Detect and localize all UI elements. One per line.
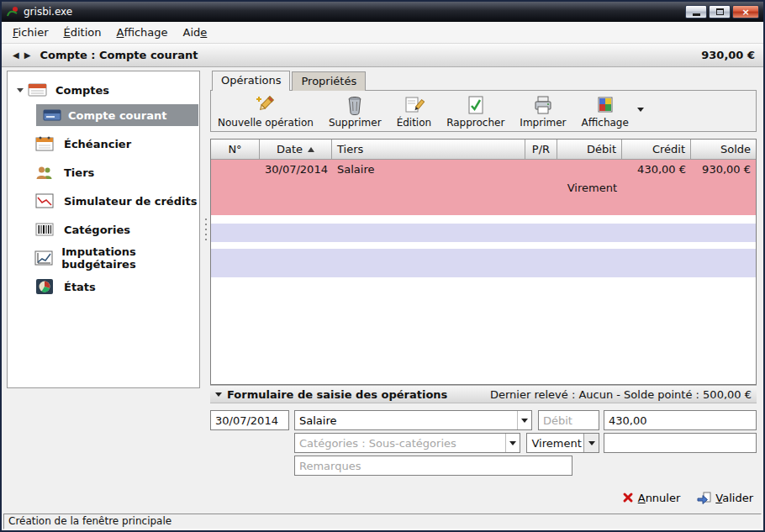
form-title: Formulaire de saisie des opérations: [227, 388, 447, 401]
toolbar-button-label: Supprimer: [329, 117, 382, 129]
categories-barcode-icon: [33, 221, 56, 238]
display-button[interactable]: Affichage: [581, 94, 628, 129]
minimize-button[interactable]: [685, 5, 707, 18]
sidebar-item-compte-courant[interactable]: Compte courant: [36, 104, 198, 126]
date-field[interactable]: [210, 410, 289, 430]
account-balance: 930,00 €: [701, 49, 755, 61]
reconcile-button[interactable]: Rapprocher: [446, 94, 504, 129]
operations-toolbar: Nouvelle opération Supprimer: [210, 90, 757, 132]
cell-tiers: Salaire: [332, 163, 525, 176]
toolbar-button-label: Imprimer: [520, 117, 566, 129]
payment-method-value: Virement: [527, 437, 583, 450]
maximize-button[interactable]: [709, 5, 731, 18]
column-header-pr[interactable]: P/R: [525, 140, 557, 160]
new-operation-pencil-icon: [255, 94, 277, 116]
sidebar-item-echeancier[interactable]: Échéancier: [8, 129, 199, 158]
sidebar-item-label: Simulateur de crédits: [64, 195, 197, 208]
sidebar-item-label: Échéancier: [64, 138, 131, 150]
form-collapse-icon[interactable]: [215, 392, 222, 397]
column-header-tiers[interactable]: Tiers: [332, 140, 525, 160]
previous-account-button[interactable]: ◀: [10, 50, 22, 60]
app-window: grisbi.exe × Fichier Édition Affichage A…: [0, 0, 765, 532]
sidebar-item-simulateur-de-credits[interactable]: Simulateur de crédits: [8, 187, 199, 215]
categories-field[interactable]: [295, 434, 505, 452]
tab-proprietes[interactable]: Propriétés: [292, 71, 366, 91]
window-controls: ×: [685, 5, 759, 18]
credit-field[interactable]: [604, 410, 757, 430]
payment-method-dropdown-button[interactable]: [583, 434, 599, 452]
new-operation-button[interactable]: Nouvelle opération: [218, 94, 314, 129]
column-header-credit[interactable]: Crédit: [622, 140, 691, 160]
sort-ascending-icon: [308, 147, 314, 152]
cell-date: 30/07/2014: [260, 163, 332, 176]
print-printer-icon: [532, 94, 554, 116]
tab-operations[interactable]: Opérations: [212, 71, 290, 91]
minimize-icon: [693, 13, 700, 16]
delete-trash-icon: [344, 94, 366, 116]
sidebar-item-label: Compte courant: [68, 109, 166, 122]
navigation-tree: Comptes Compte courant: [7, 71, 200, 388]
sidebar-item-tiers[interactable]: Tiers: [8, 158, 199, 187]
column-header-date[interactable]: Date: [260, 140, 332, 160]
validate-button-label: Valider: [715, 492, 753, 504]
transaction-row-selected[interactable]: 30/07/2014 Salaire 430,00 € 930,00 € Vir…: [211, 160, 756, 215]
column-header-debit[interactable]: Débit: [557, 140, 622, 160]
sidebar-item-label: États: [64, 281, 96, 293]
form-header: Formulaire de saisie des opérations Dern…: [210, 385, 757, 403]
remarks-field[interactable]: [295, 456, 572, 475]
operation-form: Virement: [210, 403, 757, 480]
edit-button[interactable]: Édition: [397, 94, 432, 129]
next-account-button[interactable]: ▶: [22, 50, 34, 60]
column-header-label: Date: [277, 143, 303, 155]
menu-fichier[interactable]: Fichier: [5, 23, 56, 42]
categories-dropdown-button[interactable]: [505, 434, 520, 452]
notebook-tabs: Opérations Propriétés: [210, 71, 757, 91]
cell-payment-method: Virement: [557, 182, 622, 194]
toolbar-dropdown-button[interactable]: [637, 108, 644, 115]
chevron-down-icon: [521, 419, 528, 423]
payment-method-select[interactable]: Virement: [526, 433, 599, 453]
cell-solde: 930,00 €: [691, 163, 756, 176]
cancel-button[interactable]: Annuler: [622, 492, 681, 504]
expander-icon[interactable]: [14, 88, 26, 92]
scheduler-calendar-icon: [33, 135, 56, 152]
main-content: Comptes Compte courant: [2, 67, 763, 508]
validate-button[interactable]: Valider: [697, 492, 753, 504]
sidebar-item-label: Comptes: [55, 84, 109, 97]
print-button[interactable]: Imprimer: [520, 94, 566, 129]
sidebar-item-etats[interactable]: États: [8, 272, 199, 301]
tiers-dropdown-button[interactable]: [517, 411, 531, 429]
menu-aide[interactable]: Aide: [176, 23, 215, 42]
delete-button[interactable]: Supprimer: [329, 94, 382, 129]
menu-affichage[interactable]: Affichage: [108, 23, 175, 42]
empty-row: [211, 215, 756, 224]
cancel-x-icon: [622, 492, 634, 503]
titlebar[interactable]: grisbi.exe ×: [2, 2, 763, 22]
sidebar-item-comptes[interactable]: Comptes: [8, 76, 199, 103]
menu-edition[interactable]: Édition: [56, 23, 109, 42]
credit-simulator-chart-icon: [33, 192, 56, 209]
table-header: N° Date Tiers P/R Débit Crédit Solde: [211, 140, 756, 160]
cheque-number-field[interactable]: [604, 433, 757, 453]
empty-row: [211, 224, 756, 242]
menu-bar: Fichier Édition Affichage Aide: [2, 22, 763, 44]
sidebar-item-label: Tiers: [64, 166, 94, 179]
column-header-solde[interactable]: Solde: [691, 140, 756, 160]
toolbar-button-label: Édition: [397, 117, 432, 129]
sidebar-item-categories[interactable]: Catégories: [8, 215, 199, 244]
accounts-icon: [26, 82, 50, 98]
pane-resize-handle[interactable]: [202, 71, 210, 388]
reconcile-summary: Dernier relevé : Aucun - Solde pointé : …: [490, 388, 752, 401]
close-button[interactable]: ×: [732, 5, 759, 18]
column-header-no[interactable]: N°: [211, 140, 260, 160]
validate-arrow-icon: [697, 492, 711, 504]
toolbar-button-label: Nouvelle opération: [218, 117, 314, 129]
tiers-field[interactable]: [295, 411, 517, 429]
window-title: grisbi.exe: [24, 6, 685, 18]
toolbar-button-label: Affichage: [581, 117, 628, 129]
form-actions: Annuler Valider: [210, 487, 753, 508]
display-grid-icon: [594, 94, 616, 116]
debit-field[interactable]: [538, 410, 599, 430]
account-header: ◀ ▶ Compte : Compte courant 930,00 €: [2, 44, 763, 67]
sidebar-item-imputations-budgetaires[interactable]: Imputations budgétaires: [8, 244, 199, 272]
